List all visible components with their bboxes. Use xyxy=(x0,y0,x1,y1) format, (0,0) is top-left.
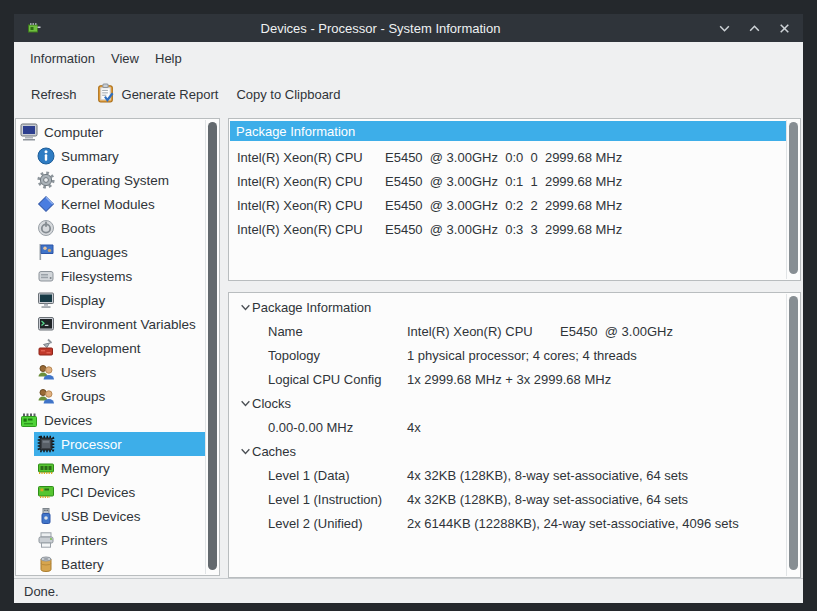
detail-row-topology[interactable]: Topology 1 physical processor; 4 cores; … xyxy=(230,343,786,367)
cpu-list-scrollbar[interactable] xyxy=(786,120,799,279)
users-icon xyxy=(36,362,56,382)
app-window: Devices - Processor - System Information… xyxy=(0,0,817,611)
report-clipboard-icon xyxy=(95,82,116,107)
chevron-down-icon xyxy=(238,396,252,410)
flag-icon xyxy=(36,242,56,262)
sidebar-item-groups[interactable]: Groups xyxy=(17,384,205,408)
detail-rows: Package Information Name Intel(R) Xeon(R… xyxy=(230,295,786,535)
close-button[interactable] xyxy=(777,21,791,35)
sidebar-item-computer[interactable]: Computer xyxy=(17,120,205,144)
refresh-button[interactable]: Refresh xyxy=(22,83,86,106)
detail-row-name[interactable]: Name Intel(R) Xeon(R) CPU E5450 @ 3.00GH… xyxy=(230,319,786,343)
sidebar-item-pci-devices[interactable]: PCI Devices xyxy=(17,480,205,504)
chevron-down-icon xyxy=(238,444,252,458)
detail-row-clock[interactable]: 0.00-0.00 MHz 4x xyxy=(230,415,786,439)
cpu-row[interactable]: Intel(R) Xeon(R) CPU E5450 @ 3.00GHz 0:3… xyxy=(230,217,786,241)
menu-help[interactable]: Help xyxy=(147,47,190,70)
sidebar-scrollbar-thumb[interactable] xyxy=(208,122,217,570)
diamond-icon xyxy=(36,194,56,214)
chevron-down-icon xyxy=(238,300,252,314)
menu-information[interactable]: Information xyxy=(22,47,103,70)
sidebar-tree: Computer Summary Operating System Ker xyxy=(17,120,205,574)
sidebar-item-memory[interactable]: Memory xyxy=(17,456,205,480)
sidebar-item-printers[interactable]: Printers xyxy=(17,528,205,552)
detail-row-l1-instruction[interactable]: Level 1 (Instruction) 4x 32KB (128KB), 8… xyxy=(230,487,786,511)
toolbar: Refresh Generate Report Copy to Clipboar… xyxy=(14,74,349,114)
pci-card-icon xyxy=(36,482,56,502)
sidebar-item-kernel-modules[interactable]: Kernel Modules xyxy=(17,192,205,216)
copy-to-clipboard-button[interactable]: Copy to Clipboard xyxy=(227,83,349,106)
status-text: Done. xyxy=(24,584,59,599)
details-scrollbar-thumb[interactable] xyxy=(789,296,798,570)
sidebar-item-usb-devices[interactable]: USB Devices xyxy=(17,504,205,528)
terminal-icon xyxy=(36,314,56,334)
details-panel: Package Information Name Intel(R) Xeon(R… xyxy=(228,292,801,578)
cpu-chip-icon xyxy=(36,434,56,454)
sidebar-item-processor[interactable]: Processor xyxy=(17,432,205,456)
drive-icon xyxy=(36,266,56,286)
sidebar-item-devices[interactable]: Devices xyxy=(17,408,205,432)
sidebar-item-development[interactable]: Development xyxy=(17,336,205,360)
titlebar: Devices - Processor - System Information xyxy=(14,14,803,42)
cpu-list-header[interactable]: Package Information xyxy=(230,121,786,141)
computer-icon xyxy=(19,122,39,142)
battery-icon xyxy=(36,554,56,574)
statusbar: Done. xyxy=(14,578,803,603)
sidebar-item-display[interactable]: Display xyxy=(17,288,205,312)
sidebar-item-summary[interactable]: Summary xyxy=(17,144,205,168)
sidebar-item-environment-variables[interactable]: Environment Variables xyxy=(17,312,205,336)
info-icon xyxy=(36,146,56,166)
generate-report-button[interactable]: Generate Report xyxy=(86,78,228,111)
group-header-caches[interactable]: Caches xyxy=(230,439,786,463)
sidebar-item-filesystems[interactable]: Filesystems xyxy=(17,264,205,288)
detail-row-logical-cpu-config[interactable]: Logical CPU Config 1x 2999.68 MHz + 3x 2… xyxy=(230,367,786,391)
sidebar-item-operating-system[interactable]: Operating System xyxy=(17,168,205,192)
users-icon xyxy=(36,386,56,406)
cpu-row[interactable]: Intel(R) Xeon(R) CPU E5450 @ 3.00GHz 0:1… xyxy=(230,169,786,193)
power-icon xyxy=(36,218,56,238)
window-title: Devices - Processor - System Information xyxy=(44,21,717,36)
usb-icon xyxy=(36,506,56,526)
menu-view[interactable]: View xyxy=(103,47,147,70)
detail-row-l2-unified[interactable]: Level 2 (Unified) 2x 6144KB (12288KB), 2… xyxy=(230,511,786,535)
cpu-list-scrollbar-thumb[interactable] xyxy=(789,122,798,274)
maximize-button[interactable] xyxy=(747,21,761,35)
sidebar-item-users[interactable]: Users xyxy=(17,360,205,384)
group-header-clocks[interactable]: Clocks xyxy=(230,391,786,415)
circuit-board-icon xyxy=(19,410,39,430)
sidebar-item-battery[interactable]: Battery xyxy=(17,552,205,574)
printer-icon xyxy=(36,530,56,550)
detail-row-l1-data[interactable]: Level 1 (Data) 4x 32KB (128KB), 8-way se… xyxy=(230,463,786,487)
memory-icon xyxy=(36,458,56,478)
sidebar-item-languages[interactable]: Languages xyxy=(17,240,205,264)
minimize-button[interactable] xyxy=(717,21,731,35)
cpu-list-rows: Intel(R) Xeon(R) CPU E5450 @ 3.00GHz 0:0… xyxy=(230,145,786,241)
sidebar-scrollbar[interactable] xyxy=(205,120,218,574)
sidebar-item-boots[interactable]: Boots xyxy=(17,216,205,240)
group-header-package-information[interactable]: Package Information xyxy=(230,295,786,319)
monitor-icon xyxy=(36,290,56,310)
cpu-row[interactable]: Intel(R) Xeon(R) CPU E5450 @ 3.00GHz 0:2… xyxy=(230,193,786,217)
cpu-list-panel: Package Information Intel(R) Xeon(R) CPU… xyxy=(228,118,801,281)
cpu-row[interactable]: Intel(R) Xeon(R) CPU E5450 @ 3.00GHz 0:0… xyxy=(230,145,786,169)
sidebar-panel: Computer Summary Operating System Ker xyxy=(15,118,220,576)
menubar: Information View Help xyxy=(14,44,190,72)
app-icon xyxy=(26,19,44,37)
gear-icon xyxy=(36,170,56,190)
brick-trowel-icon xyxy=(36,338,56,358)
details-scrollbar[interactable] xyxy=(786,294,799,576)
